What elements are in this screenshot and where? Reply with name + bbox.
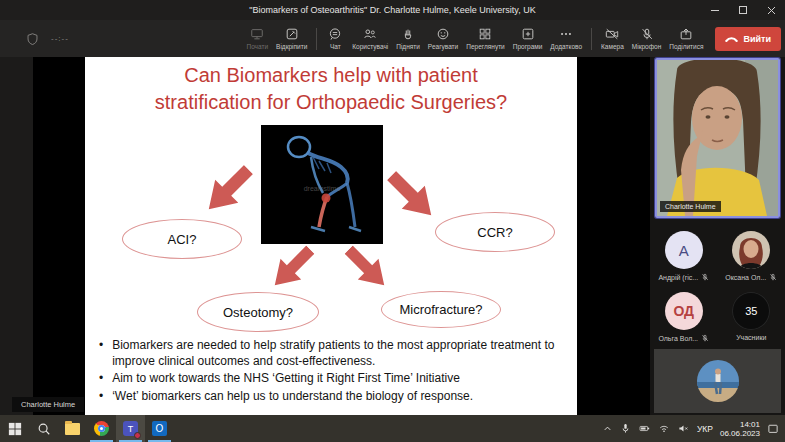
speaker-video-tile[interactable]: Charlotte Hulme (655, 58, 780, 218)
speaker-name-tag: Charlotte Hulme (660, 201, 721, 212)
chevron-up-icon (602, 423, 613, 434)
view-icon (478, 27, 492, 41)
shield-icon (26, 32, 39, 46)
avatar-photo (732, 231, 770, 269)
microphone-button[interactable]: Мікрофон (628, 25, 666, 52)
chrome-button[interactable] (87, 415, 116, 442)
option-osteotomy: Osteotomy? (197, 292, 319, 332)
mic-off-icon (640, 27, 654, 41)
presenter-name-tag: Charlotte Hulme (12, 397, 84, 412)
mic-muted-icon (701, 273, 709, 281)
mic-muted-icon (769, 273, 777, 281)
tray-clock[interactable]: 14:01 06.06.2023 (720, 420, 760, 438)
apps-button[interactable]: Програми (509, 25, 547, 52)
participants-overflow-label: Учасники (736, 334, 766, 341)
teams-button[interactable]: T (116, 415, 145, 442)
tray-time: 14:01 (720, 420, 760, 429)
shared-screen-stage[interactable]: Can Biomarkers help with patient stratif… (0, 57, 650, 415)
notification-icon (767, 423, 779, 435)
skeleton-xray-image: dreamstime (261, 125, 383, 244)
slide-bullets: •Biomarkers are needed to help stratify … (99, 338, 569, 406)
toolbar-divider (316, 28, 317, 50)
arrow-to-aci (193, 155, 262, 224)
leave-label: Вийти (743, 34, 771, 44)
bullet-item: •Biomarkers are needed to help stratify … (99, 338, 569, 369)
teams-icon: T (123, 421, 138, 436)
participant-andrii[interactable]: А Андрій (гіс... (650, 229, 718, 287)
battery-icon (638, 423, 651, 434)
windows-taskbar: T O УКР 14:01 06 (0, 415, 785, 442)
camera-button[interactable]: Камера (597, 25, 628, 52)
self-view-tile[interactable] (654, 349, 781, 413)
participant-oksana[interactable]: Оксана Ол... (718, 229, 785, 287)
tray-microphone[interactable] (620, 423, 631, 434)
share-icon (679, 27, 693, 41)
participants-overflow-tile[interactable]: 35 Учасники (718, 290, 785, 348)
arrow-to-ccr (377, 161, 446, 230)
leave-button[interactable]: Вийти (715, 27, 781, 51)
present-button[interactable]: Почати (242, 25, 272, 52)
react-button[interactable]: Реагувати (424, 25, 462, 52)
search-icon (37, 422, 51, 436)
option-ccr: CCR? (435, 212, 555, 252)
raise-hand-button[interactable]: Підняти (392, 25, 424, 52)
participant-olha[interactable]: ОД Ольга Вол... (650, 290, 718, 348)
tray-network[interactable] (658, 423, 670, 434)
people-icon (363, 27, 377, 41)
chrome-icon (94, 421, 109, 436)
file-explorer-button[interactable] (58, 415, 87, 442)
start-button[interactable] (0, 415, 29, 442)
chat-icon (328, 27, 342, 41)
tray-chevron[interactable] (602, 423, 613, 434)
slide-title-line2: stratification for Orthopaedic Surgeries… (85, 89, 577, 116)
tray-volume-muted[interactable] (677, 423, 690, 434)
tray-mic-icon (620, 423, 631, 434)
unpin-icon (285, 27, 299, 41)
slide-title: Can Biomarkers help with patient stratif… (85, 62, 577, 116)
unpin-button[interactable]: Відкріпити (272, 25, 311, 52)
meeting-content: Can Biomarkers help with patient stratif… (0, 57, 785, 415)
people-button[interactable]: Користувачі (348, 25, 392, 52)
toolbar-buttons: Почати Відкріпити Чат Користувачі Піднят… (242, 25, 781, 52)
meeting-timer: --:-- (51, 34, 69, 43)
notification-center-button[interactable] (767, 423, 779, 435)
apps-icon (521, 27, 535, 41)
tray-battery[interactable] (638, 423, 651, 434)
arrow-to-microfracture (335, 236, 399, 300)
taskbar-apps: T O (0, 415, 174, 442)
participants-sidebar: Charlotte Hulme А Андрій (гіс... Окс (650, 57, 785, 415)
titlebar: "Biomarkers of Osteoarthritis" Dr. Charl… (0, 0, 785, 20)
volume-muted-icon (677, 423, 690, 434)
start-icon (8, 422, 22, 436)
taskbar-search-button[interactable] (29, 415, 58, 442)
chat-button[interactable]: Чат (322, 25, 348, 52)
slide-title-line1: Can Biomarkers help with patient (85, 62, 577, 89)
toolbar-divider (591, 28, 592, 50)
bullet-item: •Aim to work towards the NHS ‘Getting it… (99, 371, 569, 387)
meeting-toolbar: --:-- Почати Відкріпити Чат Користувачі (0, 20, 785, 57)
share-button[interactable]: Поділитися (665, 25, 707, 52)
bullet-item: •‘Wet’ biomarkers can help us to underst… (99, 389, 569, 405)
explorer-icon (65, 423, 80, 435)
more-icon (559, 27, 573, 41)
view-button[interactable]: Переглянути (462, 25, 509, 52)
system-tray: УКР 14:01 06.06.2023 (602, 420, 785, 438)
self-avatar (697, 360, 739, 402)
camera-off-icon (605, 27, 619, 41)
avatar: ОД (665, 292, 703, 330)
participant-label: Ольга Вол... (658, 335, 698, 342)
option-microfracture: Microfracture? (381, 291, 501, 328)
participant-label: Оксана Ол... (725, 274, 766, 281)
participant-list: А Андрій (гіс... Оксана Ол... (650, 229, 785, 348)
toolbar-left: --:-- (26, 32, 69, 46)
tray-date: 06.06.2023 (720, 429, 760, 438)
presentation-slide: Can Biomarkers help with patient stratif… (85, 57, 577, 415)
tray-language[interactable]: УКР (697, 424, 713, 434)
mic-muted-icon (701, 334, 709, 342)
more-button[interactable]: Додатково (546, 25, 586, 52)
hangup-icon (725, 35, 738, 43)
participants-count-badge: 35 (732, 292, 770, 330)
outlook-button[interactable]: O (145, 415, 174, 442)
option-aci: ACI? (122, 219, 242, 259)
participant-label: Андрій (гіс... (658, 274, 698, 281)
